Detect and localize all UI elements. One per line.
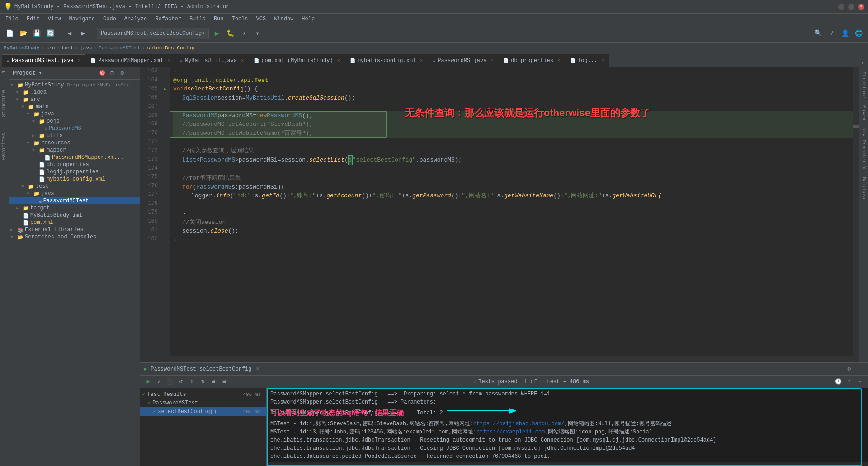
- tab-mybatisutil-java[interactable]: ☕ MyBatisUtil.java ×: [175, 54, 249, 67]
- breadcrumb-method[interactable]: selectBestConfig: [147, 45, 195, 51]
- debug-button[interactable]: 🐛: [224, 28, 236, 39]
- collapse-button[interactable]: ⊟: [220, 377, 229, 386]
- collapse-button[interactable]: ⊟: [108, 69, 116, 77]
- settings-button[interactable]: ⚙: [844, 365, 854, 374]
- tree-item-pojo[interactable]: ▼ 📁 pojo: [9, 118, 140, 125]
- tree-item-mybatisstudy-iml[interactable]: 📄 MyBatisStudy.iml: [9, 212, 140, 219]
- tree-item-passwordmsmapper-xml[interactable]: 📄 PasswordMSMapper.xm...: [9, 154, 140, 161]
- more-button[interactable]: ⋯: [855, 377, 864, 386]
- tree-item-external-libs[interactable]: ▶ 📚 External Libraries: [9, 226, 140, 233]
- menu-help[interactable]: Help: [298, 15, 318, 23]
- code-lines[interactable]: } @org.junit.jupiter.api.Test void selec…: [170, 67, 853, 356]
- tab-close-button[interactable]: ×: [241, 58, 244, 63]
- run-tab-label[interactable]: PasswordMSTest.selectBestConfig ×: [151, 366, 259, 372]
- vtab-1[interactable]: 1: [0, 67, 9, 77]
- maximize-button[interactable]: □: [848, 4, 854, 10]
- settings-icon[interactable]: ⚙: [118, 69, 126, 77]
- stop-button[interactable]: ⬛: [165, 377, 175, 386]
- run-config-combo[interactable]: PasswordMSTest.selectBestConfig ▾: [97, 28, 209, 39]
- test-class-item[interactable]: ✓ PasswordMSTest: [140, 399, 266, 407]
- expand-button[interactable]: ⊞: [209, 377, 218, 386]
- tree-item-main[interactable]: ▼ 📁 main: [9, 103, 140, 110]
- tab-passwordmsmapper-xml[interactable]: 📄 PasswordMSMapper.xml ×: [85, 54, 175, 67]
- back-button[interactable]: ◀: [64, 28, 75, 39]
- menu-analyze[interactable]: Analyze: [121, 15, 151, 23]
- breadcrumb-project[interactable]: MyBatisStudy: [4, 45, 39, 51]
- tree-item-mybatis-config[interactable]: 📄 mybatis-config.xml: [9, 176, 140, 183]
- url-link[interactable]: https://baijiahao.baidu.com/: [473, 421, 565, 427]
- tree-item-resources[interactable]: ▼ 📁 resources: [9, 139, 140, 147]
- right-vtab-maven[interactable]: Maven: [859, 103, 868, 123]
- tree-item-passwordmstest[interactable]: ☕ PasswordMSTest: [9, 197, 140, 204]
- menu-navigate[interactable]: Navigate: [65, 15, 99, 23]
- rerun-failed-button[interactable]: ↺: [176, 377, 185, 386]
- run-tab-close[interactable]: ×: [256, 366, 259, 372]
- locate-button[interactable]: 🎯: [98, 69, 106, 77]
- open-button[interactable]: 📂: [17, 28, 29, 39]
- breadcrumb-src[interactable]: src: [46, 45, 55, 51]
- menu-file[interactable]: File: [2, 15, 22, 23]
- code-content[interactable]: 163 164 165 166 167 168 169 170 171 172: [140, 67, 859, 356]
- menu-refactor[interactable]: Refactor: [151, 15, 185, 23]
- tab-close-button[interactable]: ×: [167, 58, 170, 63]
- hide-bottom-button[interactable]: —: [855, 365, 864, 374]
- tab-close-button[interactable]: ×: [557, 58, 560, 63]
- menu-edit[interactable]: Edit: [23, 15, 43, 23]
- minimize-button[interactable]: −: [838, 4, 844, 10]
- tab-pom-xml[interactable]: 📄 pom.xml (MyBatisStudy) ×: [249, 54, 344, 67]
- tree-item-src[interactable]: ▼ 📁 src: [9, 96, 140, 103]
- tree-item-passwordms[interactable]: ☕ PasswordMS: [9, 125, 140, 132]
- tree-item-pom-xml[interactable]: 📄 pom.xml: [9, 219, 140, 226]
- rerun-button[interactable]: ✓: [155, 377, 164, 386]
- tab-close-button[interactable]: ×: [491, 58, 493, 63]
- menu-tools[interactable]: Tools: [228, 15, 252, 23]
- breadcrumb-java[interactable]: java: [80, 45, 92, 51]
- run-button[interactable]: ▶: [211, 28, 222, 39]
- translate-button[interactable]: 🌐: [853, 28, 864, 39]
- breadcrumb-test[interactable]: test: [61, 45, 73, 51]
- tree-item-scratches[interactable]: ▼ 📂 Scratches and Consoles: [9, 233, 140, 241]
- tab-passwordms-java[interactable]: ☕ PasswordMS.java ×: [428, 54, 498, 67]
- menu-view[interactable]: View: [44, 15, 65, 23]
- tree-item-target[interactable]: ▶ 📁 target: [9, 204, 140, 212]
- tree-item-java2[interactable]: ▼ 📁 java: [9, 190, 140, 197]
- vtab-structure[interactable]: Structure: [0, 86, 9, 120]
- more-run-button[interactable]: ▾: [251, 28, 263, 39]
- horizontal-scrollbar[interactable]: [140, 356, 859, 362]
- tab-close-button[interactable]: ×: [337, 58, 340, 63]
- hide-panel-button[interactable]: —: [128, 69, 136, 77]
- scrollbar[interactable]: [853, 67, 859, 356]
- menu-vcs[interactable]: VCS: [253, 15, 270, 23]
- open-in-button[interactable]: ⬆: [844, 377, 854, 386]
- tree-item-utils[interactable]: ▶ 📁 utils: [9, 132, 140, 139]
- tree-item-db-properties[interactable]: 📄 db.properties: [9, 161, 140, 168]
- tab-close-button[interactable]: ×: [78, 58, 80, 63]
- test-results-root[interactable]: ✓ Test Results 486 ms: [140, 390, 266, 399]
- menu-code[interactable]: Code: [99, 15, 120, 23]
- sort-button[interactable]: ↕: [187, 377, 196, 386]
- sort2-button[interactable]: ⇅: [198, 377, 207, 386]
- url-link[interactable]: https://example11.com: [476, 429, 545, 435]
- tab-log[interactable]: 📄 log... ×: [565, 54, 609, 67]
- tree-item-test[interactable]: ▼ 📁 test: [9, 183, 140, 190]
- tab-close-button[interactable]: ×: [420, 58, 423, 63]
- tab-close-button[interactable]: ×: [601, 58, 604, 63]
- console-output[interactable]: PasswordMSMapper.selectBestConfig - ==> …: [267, 388, 868, 462]
- tree-item-mybatisstudy[interactable]: ▼ 📁 MyBatisStudy D:\project\MyBatisStu..…: [9, 81, 140, 89]
- git-button[interactable]: ⑂: [826, 28, 837, 39]
- tab-db-properties[interactable]: 📄 db.properties ×: [498, 54, 565, 67]
- breadcrumb-class[interactable]: PasswordMSTest: [99, 45, 140, 51]
- run-again-button[interactable]: ▶: [144, 377, 153, 386]
- clock-button[interactable]: 🕐: [834, 377, 843, 386]
- test-method-item[interactable]: ✓ selectBestConfig() 486 ms: [140, 407, 266, 416]
- tab-overflow-button[interactable]: ▾: [861, 59, 864, 67]
- profile-button[interactable]: 👤: [839, 28, 851, 39]
- menu-build[interactable]: Build: [186, 15, 209, 23]
- tab-mybatis-config-xml[interactable]: 📄 mybatis-config.xml ×: [345, 54, 428, 67]
- refresh-button[interactable]: 🔄: [44, 28, 56, 39]
- tree-item-mapper[interactable]: ▼ 📁 mapper: [9, 147, 140, 154]
- forward-button[interactable]: ▶: [77, 28, 89, 39]
- tree-item-java[interactable]: ▼ 📁 java: [9, 110, 140, 118]
- close-button[interactable]: ×: [858, 4, 864, 10]
- vtab-favorites[interactable]: Favorites: [0, 129, 9, 163]
